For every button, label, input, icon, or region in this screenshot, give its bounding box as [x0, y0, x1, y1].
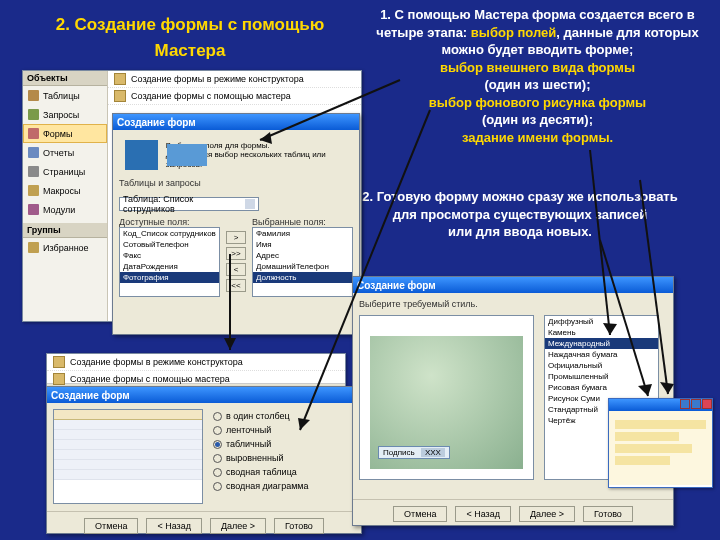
list-item[interactable]: Рисовая бумага	[545, 382, 658, 393]
mini-form-body	[609, 411, 712, 485]
sidebar-item-modules[interactable]: Модули	[23, 200, 107, 219]
close-icon[interactable]	[702, 399, 712, 409]
cancel-button[interactable]: Отмена	[393, 506, 447, 522]
move-all-left-button[interactable]: <<	[226, 279, 246, 292]
back-button[interactable]: < Назад	[455, 506, 511, 522]
list-item-designer[interactable]: Создание формы в режиме конструктора	[47, 354, 345, 371]
radio-option[interactable]: ленточный	[213, 423, 309, 437]
txt: 2. Готовую форму можно сразу же использо…	[362, 189, 677, 204]
list-item[interactable]: Промышленный	[545, 371, 658, 382]
query-icon	[28, 109, 39, 120]
list-item[interactable]: Диффузный	[545, 316, 658, 327]
banner-graphic	[125, 140, 158, 170]
sidebar-item-label: Формы	[43, 129, 73, 139]
finish-button[interactable]: Готово	[583, 506, 633, 522]
radio-icon	[213, 454, 222, 463]
sidebar-item-favorites[interactable]: Избранное	[23, 238, 107, 257]
wizard-icon	[53, 356, 65, 368]
list-item[interactable]: Адрес	[253, 250, 352, 261]
list-item[interactable]: Международный	[545, 338, 658, 349]
minimize-icon[interactable]	[680, 399, 690, 409]
list-item[interactable]: Наждачная бумага	[545, 349, 658, 360]
move-right-button[interactable]: >	[226, 231, 246, 244]
list-item[interactable]: Должность	[253, 272, 352, 283]
radio-icon	[213, 468, 222, 477]
sidebar-item-macros[interactable]: Макросы	[23, 181, 107, 200]
wizard-titlebar: Создание форм	[353, 277, 673, 293]
list-item[interactable]: СотовыйТелефон	[120, 239, 219, 250]
list-item[interactable]: Фамилия	[253, 228, 352, 239]
radio-icon	[213, 482, 222, 491]
sidebar-item-label: Запросы	[43, 110, 79, 120]
list-item-designer[interactable]: Создание формы в режиме конструктора	[108, 71, 361, 88]
listbox-available[interactable]: Код_Список сотрудников СотовыйТелефон Фа…	[119, 227, 220, 297]
list-item[interactable]: Имя	[253, 239, 352, 250]
sidebar-item-forms[interactable]: Формы	[23, 124, 107, 143]
wizard-icon	[114, 90, 126, 102]
list-item[interactable]: ДатаРождения	[120, 261, 219, 272]
style-preview: Подпись XXX	[359, 315, 534, 480]
list-item[interactable]: ДомашнийТелефон	[253, 261, 352, 272]
table-icon	[28, 90, 39, 101]
txt: для просмотра существующих записей	[393, 207, 647, 222]
move-all-right-button[interactable]: >>	[226, 247, 246, 260]
radio-option[interactable]: сводная диаграмма	[213, 479, 309, 493]
list-item-label: Создание формы в режиме конструктора	[131, 74, 304, 84]
sidebar-header: Объекты	[23, 71, 107, 86]
list-item[interactable]: Камень	[545, 327, 658, 338]
cancel-button[interactable]: Отмена	[84, 518, 138, 534]
svg-marker-11	[224, 338, 236, 350]
sidebar-item-reports[interactable]: Отчеты	[23, 143, 107, 162]
wizard-footer: Отмена < Назад Далее > Готово	[47, 511, 361, 538]
listbox-selected[interactable]: Фамилия Имя Адрес ДомашнийТелефон Должно…	[252, 227, 353, 297]
sidebar-item-tables[interactable]: Таблицы	[23, 86, 107, 105]
wizard-step-layout: Создание форм в один столбец ленточный т…	[46, 386, 362, 534]
combo-value: Таблица: Список сотрудников	[123, 194, 245, 214]
slide-subtitle: 2. Готовую форму можно сразу же использо…	[330, 188, 710, 241]
finish-button[interactable]: Готово	[274, 518, 324, 534]
list-item[interactable]: Факс	[120, 250, 219, 261]
label-tables: Таблицы и запросы	[119, 178, 353, 188]
txt: (один из десяти);	[482, 112, 593, 127]
radio-option[interactable]: в один столбец	[213, 409, 309, 423]
move-left-button[interactable]: <	[226, 263, 246, 276]
radio-option[interactable]: выровненный	[213, 451, 309, 465]
wizard-banner: Выберите поля для формы. Допускается выб…	[119, 136, 353, 174]
move-buttons: > >> < <<	[226, 231, 246, 292]
layout-options: в один столбец ленточный табличный выров…	[213, 409, 309, 505]
next-button[interactable]: Далее >	[519, 506, 575, 522]
module-icon	[28, 204, 39, 215]
sidebar-item-queries[interactable]: Запросы	[23, 105, 107, 124]
list-item-label: Создание формы с помощью мастера	[131, 91, 291, 101]
list-item[interactable]: Фотография	[120, 272, 219, 283]
sidebar-item-label: Модули	[43, 205, 75, 215]
preview-label: Подпись	[383, 448, 415, 457]
wizard-icon	[53, 373, 65, 385]
slide-title-right: 1. С помощью Мастера форма создается все…	[370, 6, 705, 146]
macro-icon	[28, 185, 39, 196]
wizard-footer: Отмена < Назад Далее > Готово	[353, 499, 673, 526]
txt-highlight: задание имени формы.	[462, 130, 613, 145]
preview-value: XXX	[421, 448, 445, 457]
preview-field: Подпись XXX	[378, 446, 450, 459]
db-sidebar: Объекты Таблицы Запросы Формы Отчеты Стр…	[23, 71, 108, 321]
wizard-prompt: Выберите требуемый стиль.	[359, 299, 667, 309]
next-button[interactable]: Далее >	[210, 518, 266, 534]
option-label: сводная таблица	[226, 467, 297, 477]
combo-table-select[interactable]: Таблица: Список сотрудников	[119, 197, 259, 211]
radio-option[interactable]: сводная таблица	[213, 465, 309, 479]
txt: (один из шести);	[484, 77, 590, 92]
wizard-step-fields: Создание форм Выберите поля для формы. Д…	[112, 113, 360, 335]
list-item[interactable]: Официальный	[545, 360, 658, 371]
option-label: сводная диаграмма	[226, 481, 309, 491]
back-button[interactable]: < Назад	[146, 518, 202, 534]
list-item-wizard[interactable]: Создание формы с помощью мастера	[108, 88, 361, 105]
sidebar-item-label: Таблицы	[43, 91, 80, 101]
sidebar-item-pages[interactable]: Страницы	[23, 162, 107, 181]
mini-form-window	[608, 398, 713, 488]
radio-icon	[213, 440, 222, 449]
list-item[interactable]: Код_Список сотрудников	[120, 228, 219, 239]
layout-preview	[53, 409, 203, 504]
maximize-icon[interactable]	[691, 399, 701, 409]
radio-option[interactable]: табличный	[213, 437, 309, 451]
